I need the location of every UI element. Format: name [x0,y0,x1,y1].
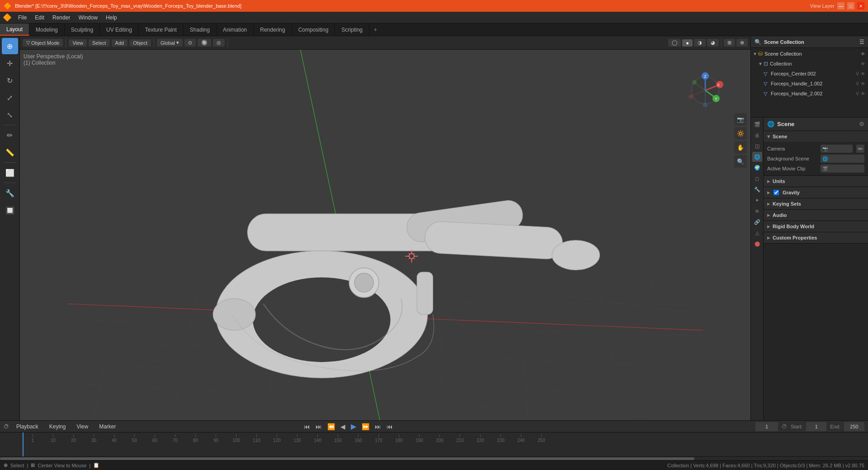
start-frame-input[interactable]: 1 [806,422,826,431]
prop-particles-icon[interactable]: ✦ [752,195,762,205]
shading-wireframe-button[interactable]: ◯ [668,39,681,47]
outliner-item-forceps-handle1[interactable]: ▽ Forceps_Handle_1.002 V 👁 [751,79,868,89]
tab-uv-editing[interactable]: UV Editing [100,24,139,36]
tab-animation[interactable]: Animation [217,24,254,36]
restrict-icon-3[interactable]: 👁 [861,81,865,86]
minimize-button[interactable]: — [837,2,844,9]
move-tool[interactable]: ✛ [2,55,18,71]
shading-material-button[interactable]: ◑ [694,39,706,47]
global-transform-button[interactable]: Global ▾ [157,39,183,47]
render-button[interactable]: 🔆 [734,127,747,140]
scale-tool[interactable]: ⤢ [2,89,18,106]
add-cube-tool[interactable]: ⬜ [2,164,18,181]
tab-shading[interactable]: Shading [184,24,217,36]
zoom-button[interactable]: 🔍 [734,155,747,168]
extra-tools[interactable]: 🔧 [2,185,18,201]
jump-prev-keyframe-button[interactable]: ⏭ [314,422,324,431]
outliner-item-collection[interactable]: ▾ ⊡ Collection 👁 [756,59,868,69]
menu-window[interactable]: Window [75,14,101,22]
tab-layout[interactable]: Layout [0,24,29,36]
restrict-icon[interactable]: 👁 [861,61,865,66]
prop-data-icon[interactable]: △ [752,228,762,238]
snap-toggle-button[interactable]: 🔘 [198,39,211,47]
menu-edit[interactable]: Edit [31,14,48,22]
close-button[interactable]: ✕ [857,2,864,9]
prop-material-icon[interactable]: ⬤ [752,239,762,249]
prop-render-icon[interactable]: 🎬 [752,119,762,129]
gravity-collapse[interactable]: ▶ Gravity [764,187,868,198]
shading-solid-button[interactable]: ● [682,39,693,47]
outliner-item-forceps-center[interactable]: ▽ Forceps_Center.002 V 👁 [751,69,868,79]
camera-edit-button[interactable]: ✏ [856,145,864,153]
shading-rendered-button[interactable]: ◕ [707,39,719,47]
prop-constraints-icon[interactable]: 🔗 [752,217,762,227]
prop-output-icon[interactable]: 🖨 [752,130,762,140]
add-menu-button[interactable]: Add [112,39,128,47]
tab-scripting[interactable]: Scripting [335,24,369,36]
step-forward-button[interactable]: ⏩ [360,422,371,431]
menu-render[interactable]: Render [49,14,74,22]
outliner-item-scene-collection[interactable]: ▾ ⛁ Scene Collection 👁 [751,49,868,59]
keying-sets-collapse[interactable]: ▶ Keying Sets [764,198,868,209]
tab-sculpting[interactable]: Sculpting [65,24,100,36]
overlay-toggle-button[interactable]: ⊞ [724,39,735,47]
audio-collapse[interactable]: ▶ Audio [764,210,868,221]
gravity-checkbox[interactable] [774,190,779,195]
menu-file[interactable]: File [14,14,30,22]
proportional-edit-button[interactable]: ◎ [213,39,225,47]
cursor-tool[interactable]: ⊕ [2,38,18,54]
prop-object-icon[interactable]: ◻ [752,174,762,183]
restrict-icon-2[interactable]: 👁 [861,71,865,76]
viewport-gizmo[interactable]: X Y Z [687,72,723,108]
visibility-icon[interactable]: 👁 [861,52,865,56]
jump-end-button[interactable]: ⏮ [385,422,395,431]
camera-view-button[interactable]: 📷 [734,113,747,126]
timeline-scrollbar[interactable] [0,456,868,460]
hand-tool-button[interactable]: ✋ [734,141,747,154]
prop-physics-icon[interactable]: ≋ [752,206,762,216]
3d-viewport[interactable]: User Perspective (Local) (1) Collection … [20,50,750,420]
scrollbar-thumb[interactable] [0,457,694,460]
tab-texture-paint[interactable]: Texture Paint [139,24,184,36]
blender-logo-menu[interactable]: 🔶 [3,13,12,22]
tab-modeling[interactable]: Modeling [29,24,65,36]
units-collapse[interactable]: ▶ Units [764,176,868,187]
timeline-ruler[interactable]: 1 10 20 30 40 50 [0,432,868,456]
play-forward-button[interactable]: ▶ [349,421,358,432]
rigid-body-collapse[interactable]: ▶ Rigid Body World [764,221,868,232]
pivot-button[interactable]: ⊙ [184,39,196,47]
prop-scene-icon[interactable]: 🌐 [752,152,762,162]
view-menu-button[interactable]: View [69,39,87,47]
timeline-playback-menu[interactable]: Playback [13,423,42,431]
restrict-icon-4[interactable]: 👁 [861,91,865,96]
step-back-button[interactable]: ⏪ [326,422,337,431]
annotate-tool[interactable]: ✏ [2,127,18,143]
measure-tool[interactable]: 📏 [2,144,18,160]
timeline-view-menu[interactable]: View [73,423,92,431]
end-frame-input[interactable]: 250 [844,422,864,431]
object-menu-button[interactable]: Object [129,39,151,47]
jump-next-keyframe-button[interactable]: ⏭ [373,422,383,431]
tab-compositing[interactable]: Compositing [292,24,335,36]
prop-modifier-icon[interactable]: 🔧 [752,184,762,194]
select-menu-button[interactable]: Select [89,39,110,47]
jump-start-button[interactable]: ⏮ [302,422,312,431]
gizmo-toggle-button[interactable]: ⊕ [736,39,748,47]
play-reverse-button[interactable]: ◀ [339,422,347,431]
custom-props-collapse[interactable]: ▶ Custom Properties [764,232,868,243]
outliner-item-forceps-handle2[interactable]: ▽ Forceps_Handle_2.002 V 👁 [751,89,868,99]
snap-tool[interactable]: 🔲 [2,202,18,218]
prop-world-icon[interactable]: 🌍 [752,163,762,173]
transform-tool[interactable]: ⤡ [2,107,18,123]
rotate-tool[interactable]: ↻ [2,72,18,89]
object-mode-button[interactable]: ▽ Object Mode [23,39,63,47]
prop-view-layer-icon[interactable]: ◫ [752,141,762,151]
tab-rendering[interactable]: Rendering [254,24,292,36]
tab-add-button[interactable]: + [369,24,382,36]
maximize-button[interactable]: □ [847,2,854,9]
scene-picker-icon[interactable]: ⚙ [859,121,864,127]
scene-section-collapse[interactable]: ▶ Scene [764,131,868,142]
timeline-marker-menu[interactable]: Marker [95,423,119,431]
menu-help[interactable]: Help [102,14,121,22]
outliner-view-icon[interactable]: ☰ [859,39,864,45]
